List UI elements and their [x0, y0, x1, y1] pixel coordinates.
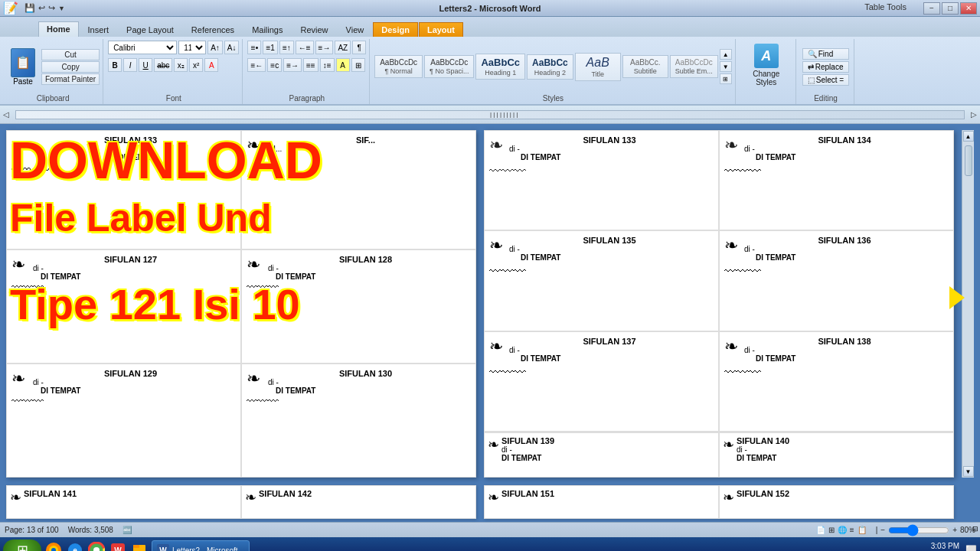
bottom-ornament-127: 〰〰〰: [11, 281, 236, 293]
scroll-down-button[interactable]: ▼: [963, 466, 974, 477]
italic-button[interactable]: I: [123, 58, 137, 72]
increase-font-button[interactable]: A↑: [207, 41, 223, 54]
tab-references[interactable]: References: [183, 22, 243, 37]
start-button[interactable]: ⊞: [3, 540, 41, 551]
ornament-130: ❧: [247, 369, 260, 395]
select-button[interactable]: ⬚ Select =: [802, 74, 849, 86]
system-clock: 3:03 PM 9/26/2017: [926, 542, 960, 551]
subscript-button[interactable]: x₂: [174, 58, 188, 72]
decrease-indent-button[interactable]: ←≡: [296, 41, 314, 54]
style-title[interactable]: AaB Title: [575, 53, 621, 81]
taskbar-icon-ie[interactable]: e: [66, 541, 84, 551]
styles-expand[interactable]: ⊞: [720, 73, 732, 84]
tray-show-desktop[interactable]: ⬜: [965, 545, 977, 551]
view-normal-icon[interactable]: 📄: [816, 526, 825, 534]
style-heading2[interactable]: AaBbCc Heading 2: [527, 54, 573, 80]
tab-layout[interactable]: Layout: [419, 22, 463, 37]
quick-save-icon[interactable]: 💾: [24, 3, 35, 13]
bold-button[interactable]: B: [108, 58, 122, 72]
superscript-button[interactable]: x²: [189, 58, 203, 72]
right-bottom-orn-134: 〰〰〰: [724, 165, 949, 178]
cut-button[interactable]: Cut: [41, 49, 100, 60]
view-draft-icon[interactable]: 📋: [858, 526, 867, 534]
bottom-ornament-141: ❧: [10, 489, 21, 515]
increase-indent-button[interactable]: ≡→: [315, 41, 334, 54]
shading-button[interactable]: A: [336, 58, 350, 72]
label-ditempat-130: DI TEMPAT: [260, 386, 471, 395]
tab-review[interactable]: Review: [292, 22, 336, 37]
statusbar-right: 📄 ⊞ 🌐 ≡ 📋 | − + 80%: [816, 526, 975, 534]
taskbar-icon-firefox[interactable]: [44, 541, 63, 551]
style-nospace[interactable]: AaBbCcDc ¶ No Spaci...: [424, 55, 474, 78]
change-styles-button[interactable]: A Change Styles: [740, 41, 792, 90]
decrease-font-button[interactable]: A↓: [224, 41, 240, 54]
tab-mailings[interactable]: Mailings: [243, 22, 291, 37]
line-spacing-button[interactable]: ↕≡: [320, 58, 335, 72]
tab-home[interactable]: Home: [38, 21, 79, 37]
find-button[interactable]: 🔍 Find: [802, 48, 849, 60]
right-number-138: SIFULAN 138: [740, 337, 949, 346]
label-cell-127: ❧ SIFULAN 127 di - DI TEMPAT 〰〰〰: [6, 249, 241, 364]
view-web-icon[interactable]: 🌐: [838, 526, 847, 534]
align-justify-button[interactable]: ≡≡: [303, 58, 318, 72]
align-left-button[interactable]: ≡←: [247, 58, 266, 72]
taskbar: ⊞ e W W Letters2 - Microsoft... 3:03 PM …: [0, 537, 980, 551]
right-number-134: SIFULAN 134: [740, 135, 949, 145]
ribbon-launcher[interactable]: ⊟: [972, 525, 978, 533]
taskbar-icon-files[interactable]: [130, 541, 149, 551]
zoom-in-button[interactable]: +: [952, 526, 957, 534]
replace-button[interactable]: ⇄ Replace: [802, 61, 849, 73]
right-number-137: SIFULAN 137: [505, 337, 714, 346]
redo-icon[interactable]: ↪: [48, 3, 55, 13]
text-color-button[interactable]: A: [204, 58, 218, 72]
style-subtle[interactable]: AaBbCcDc Subtle Em...: [670, 55, 718, 78]
font-label: Font: [166, 93, 181, 103]
undo-icon[interactable]: ↩: [38, 3, 45, 13]
numbering-button[interactable]: ≡1: [263, 41, 277, 54]
editing-buttons: 🔍 Find ⇄ Replace ⬚ Select =: [801, 47, 851, 87]
label-di-133: di -: [25, 145, 236, 153]
tab-view[interactable]: View: [338, 22, 373, 37]
bottom-ornament-151: ❧: [488, 489, 499, 515]
format-painter-button[interactable]: Format Painter: [41, 73, 100, 85]
maximize-button[interactable]: □: [942, 2, 959, 15]
font-family-select[interactable]: Calibri: [108, 41, 177, 54]
tab-page-layout[interactable]: Page Layout: [118, 22, 182, 37]
scroll-thumb[interactable]: [965, 145, 972, 176]
font-size-select[interactable]: 11: [178, 41, 206, 54]
align-right-button[interactable]: ≡→: [283, 58, 302, 72]
show-marks-button[interactable]: ¶: [352, 41, 366, 54]
strikethrough-button[interactable]: abc: [154, 58, 172, 72]
taskbar-word-window[interactable]: W Letters2 - Microsoft...: [152, 540, 250, 551]
zoom-slider[interactable]: [888, 527, 949, 534]
right-number-136: SIFULAN 136: [740, 236, 949, 245]
quick-access-arrow[interactable]: ▼: [58, 5, 65, 12]
zoom-out-button[interactable]: −: [880, 526, 885, 534]
styles-group: AaBbCcDc ¶ Normal AaBbCcDc ¶ No Spaci...…: [371, 39, 736, 104]
tab-design[interactable]: Design: [373, 22, 418, 37]
bullets-button[interactable]: ≡•: [247, 41, 261, 54]
underline-button[interactable]: U: [139, 58, 152, 72]
style-normal[interactable]: AaBbCcDc ¶ Normal: [374, 55, 423, 78]
tab-insert[interactable]: Insert: [80, 22, 118, 37]
bottom-number-142: SIFULAN 142: [259, 489, 312, 498]
multilevel-button[interactable]: ≡↑: [279, 41, 294, 54]
taskbar-icon-chrome[interactable]: [87, 541, 106, 551]
minimize-button[interactable]: −: [923, 2, 940, 15]
next-page-indicator[interactable]: [949, 286, 965, 309]
sort-button[interactable]: AZ: [335, 41, 351, 54]
scroll-up-button[interactable]: ▲: [963, 131, 974, 142]
taskbar-icon-app4[interactable]: W: [109, 541, 127, 551]
view-layout-icon[interactable]: ⊞: [828, 526, 835, 534]
copy-button[interactable]: Copy: [41, 61, 100, 73]
align-center-button[interactable]: ≡c: [267, 58, 282, 72]
borders-button[interactable]: ⊞: [351, 58, 365, 72]
view-outline-icon[interactable]: ≡: [850, 526, 854, 534]
close-button[interactable]: ✕: [960, 2, 977, 15]
right-di-133: di -: [505, 145, 714, 153]
paste-button[interactable]: 📋 Paste: [6, 47, 40, 87]
styles-scroll-up[interactable]: ▲: [720, 49, 732, 60]
style-heading1[interactable]: AaBbCc Heading 1: [475, 54, 525, 80]
style-subtitle[interactable]: AaBbCc. Subtitle: [622, 55, 668, 78]
styles-scroll-down[interactable]: ▼: [720, 61, 732, 72]
